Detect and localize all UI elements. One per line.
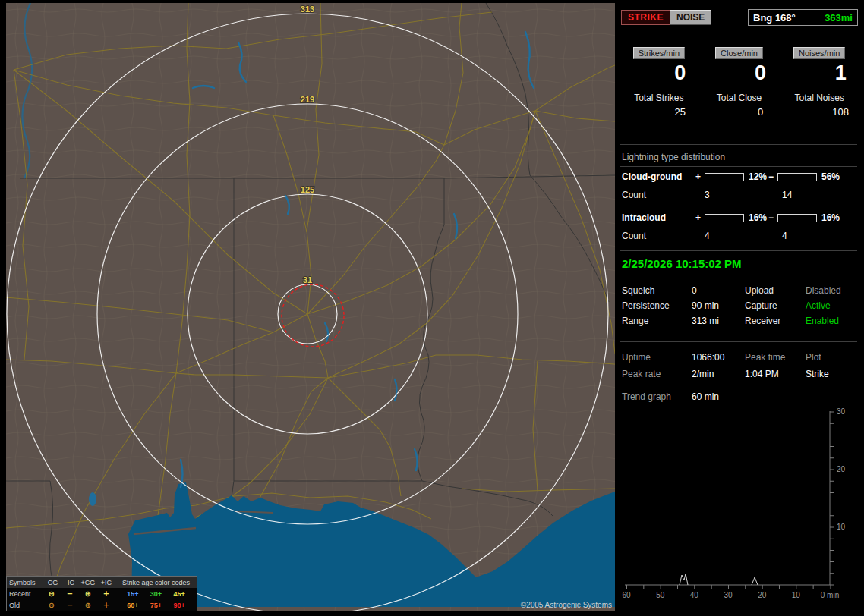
- total-close-label: Total Close: [699, 93, 780, 103]
- range-ring-label-125: 125: [301, 185, 314, 194]
- plus-sign: +: [695, 171, 701, 182]
- age-code-60: 60+: [127, 602, 138, 609]
- cg-minus-percent: 56%: [821, 171, 840, 182]
- old-pos-ic-symbol: +: [98, 601, 115, 609]
- legend-col-pos-cg: +CG: [78, 579, 98, 586]
- peak-time-label: Peak time: [745, 352, 785, 363]
- clock-display: 2/25/2026 10:15:02 PM: [622, 257, 742, 270]
- x-tick-20: 20: [758, 591, 767, 599]
- ic-plus-percent: 16%: [749, 212, 767, 223]
- old-age-codes: 60+ 75+ 90+: [115, 599, 197, 611]
- age-code-30: 30+: [150, 590, 162, 598]
- intracloud-row: Intracloud + 16% − 16%: [619, 212, 859, 225]
- squelch-label: Squelch: [622, 285, 654, 296]
- noises-column: Noises/min 1 Total Noises 108: [779, 47, 859, 118]
- count-label: Count: [622, 190, 646, 200]
- old-neg-ic-symbol: −: [61, 601, 78, 609]
- range-ring-label-31: 31: [303, 275, 312, 284]
- cg-minus-count: 14: [782, 190, 792, 200]
- total-close-value: 0: [699, 106, 780, 118]
- close-column: Close/min 0 Total Close 0: [699, 47, 780, 118]
- plus-sign: +: [695, 212, 701, 223]
- y-tick-10: 10: [837, 523, 846, 531]
- age-code-90: 90+: [173, 602, 184, 609]
- range-ring-label-219: 219: [301, 95, 314, 104]
- intracloud-count-row: Count 4 4: [619, 231, 859, 243]
- trend-graph: 30 20 10 60 50 40 30 20 10 0 min: [619, 405, 856, 610]
- minus-sign: −: [768, 171, 774, 182]
- trend-graph-label: Trend graph: [622, 391, 671, 402]
- upload-status: Disabled: [806, 285, 841, 296]
- bearing-display: Bng 168° 363mi: [748, 9, 858, 26]
- legend-recent-row: Recent ⊖ − ⊕ + 15+ 30+ 45+: [7, 588, 197, 599]
- ic-plus-gauge: [705, 214, 744, 222]
- age-code-45: 45+: [173, 590, 184, 598]
- divider: [620, 144, 857, 145]
- divider: [620, 341, 857, 342]
- noises-per-min-value: 1: [779, 61, 859, 85]
- cg-plus-percent: 12%: [749, 171, 767, 182]
- close-per-min-value: 0: [699, 61, 780, 85]
- cg-plus-gauge: [705, 173, 744, 181]
- recent-age-codes: 15+ 30+ 45+: [115, 588, 197, 599]
- capture-status: Active: [806, 300, 831, 311]
- legend-old-label: Old: [7, 602, 42, 609]
- uptime-label: Uptime: [622, 352, 651, 363]
- legend-header-row: Symbols -CG -IC +CG +IC Strike age color…: [7, 577, 197, 588]
- noises-per-min-chip[interactable]: Noises/min: [793, 47, 845, 59]
- x-tick-10: 10: [792, 591, 801, 599]
- legend-recent-label: Recent: [7, 590, 42, 598]
- plot-label: Plot: [806, 352, 821, 363]
- y-tick-20: 20: [837, 465, 846, 473]
- divider: [620, 166, 857, 167]
- cg-minus-gauge: [777, 173, 817, 181]
- peak-time-value: 1:04 PM: [745, 369, 779, 379]
- strikes-per-min-chip[interactable]: Strikes/min: [633, 47, 685, 59]
- distribution-title: Lightning type distribution: [622, 152, 725, 162]
- strike-rate-spike-2: [752, 577, 758, 585]
- peak-rate-label: Peak rate: [622, 369, 661, 379]
- minus-sign: −: [768, 212, 774, 223]
- range-label: Range: [622, 316, 648, 326]
- range-ring-label-313: 313: [301, 5, 314, 14]
- upload-label: Upload: [745, 285, 774, 296]
- map-canvas[interactable]: 313 219 125 31: [6, 3, 615, 611]
- legend-col-pos-ic: +IC: [98, 579, 115, 586]
- uptime-value: 1066:00: [692, 352, 724, 363]
- strike-rate-spike-1: [680, 574, 688, 585]
- x-tick-30: 30: [724, 591, 733, 599]
- receiver-label: Receiver: [745, 316, 780, 326]
- map-panel[interactable]: 313 219 125 31 Symbols -CG -IC +CG +IC S…: [6, 3, 615, 611]
- x-tick-0: 0 min: [821, 591, 839, 599]
- ic-minus-count: 4: [782, 231, 787, 241]
- cloud-ground-count-row: Count 3 14: [619, 190, 859, 202]
- strikes-column: Strikes/min 0 Total Strikes 25: [619, 47, 699, 118]
- settings-row: Persistence 90 min Capture Active: [619, 300, 859, 313]
- copyright: ©2005 Astrogenic Systems: [521, 601, 612, 609]
- ic-minus-gauge: [777, 214, 817, 222]
- legend-col-neg-cg: -CG: [42, 579, 61, 586]
- session-row: Uptime 1066:00 Peak time Plot: [619, 352, 859, 364]
- recent-neg-cg-symbol: ⊖: [42, 589, 61, 598]
- x-tick-60: 60: [622, 591, 631, 599]
- session-row: Peak rate 2/min 1:04 PM Strike: [619, 369, 859, 381]
- close-per-min-chip[interactable]: Close/min: [715, 47, 763, 59]
- legend-col-neg-ic: -IC: [61, 579, 78, 586]
- total-noises-value: 108: [779, 106, 859, 118]
- total-noises-label: Total Noises: [779, 93, 859, 103]
- x-tick-50: 50: [656, 591, 665, 599]
- recent-pos-ic-symbol: +: [98, 589, 115, 598]
- legend-old-row: Old ⊖ − ⊕ + 60+ 75+ 90+: [7, 599, 197, 611]
- noise-button[interactable]: NOISE: [670, 10, 711, 25]
- strike-button[interactable]: STRIKE: [621, 10, 670, 25]
- capture-label: Capture: [745, 300, 777, 311]
- legend-symbols-title: Symbols: [7, 579, 42, 586]
- total-strikes-value: 25: [619, 106, 699, 118]
- intracloud-label: Intracloud: [622, 212, 666, 223]
- divider: [620, 250, 857, 251]
- persistence-value: 90 min: [692, 300, 719, 311]
- age-code-75: 75+: [150, 602, 162, 609]
- old-pos-cg-symbol: ⊕: [78, 601, 98, 609]
- cloud-ground-row: Cloud-ground + 12% − 56%: [619, 171, 859, 184]
- peak-rate-value: 2/min: [692, 369, 714, 379]
